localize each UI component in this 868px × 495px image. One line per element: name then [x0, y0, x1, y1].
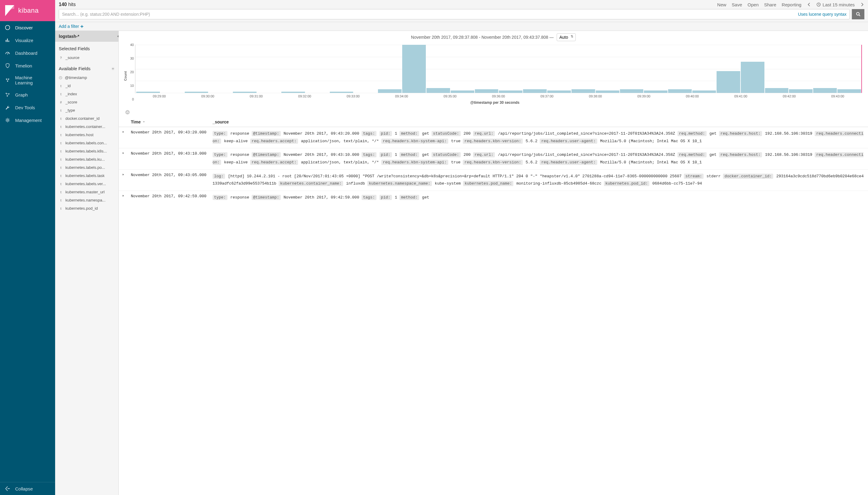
histogram-bar[interactable] [233, 92, 257, 93]
wrench-icon [4, 104, 11, 111]
nav-label: Discover [15, 25, 33, 30]
open-action[interactable]: Open [748, 2, 759, 7]
field-kubernetes-master-url[interactable]: tkubernetes.master_url [55, 188, 118, 196]
histogram-bar[interactable] [837, 89, 861, 93]
column-time[interactable]: Time [128, 117, 210, 127]
column-source[interactable]: _source [210, 117, 868, 127]
histogram-bar[interactable] [692, 90, 716, 93]
histogram-bar[interactable] [523, 89, 547, 93]
field-docker-container-id[interactable]: tdocker.container_id [55, 114, 118, 122]
field-kubernetes-labels-ver-[interactable]: tkubernetes.labels.ver... [55, 180, 118, 188]
field-kubernetes-pod-id[interactable]: tkubernetes.pod_id [55, 204, 118, 212]
field--source[interactable]: ?_source [55, 54, 118, 62]
field-name-label: kubernetes.container... [65, 124, 105, 129]
expand-row-icon[interactable] [122, 152, 125, 155]
time-picker[interactable]: Last 15 minutes [817, 2, 855, 7]
share-action[interactable]: Share [764, 2, 776, 7]
new-action[interactable]: New [717, 2, 726, 7]
histogram-bar[interactable] [644, 90, 668, 93]
histogram-bar[interactable] [813, 88, 837, 93]
histogram-bar[interactable] [281, 92, 305, 93]
field-type-badge: t [59, 199, 63, 202]
field--type[interactable]: t_type [55, 106, 118, 114]
expand-row-icon[interactable] [122, 194, 125, 197]
nav-item-dev-tools[interactable]: Dev Tools [0, 101, 55, 114]
nav-item-timelion[interactable]: Timelion [0, 59, 55, 72]
nav-item-visualize[interactable]: Visualize [0, 34, 55, 47]
field--id[interactable]: t_id [55, 82, 118, 90]
field-kubernetes-labels-con-[interactable]: tkubernetes.labels.con... [55, 139, 118, 147]
time-range-label: Last 15 minutes [822, 2, 855, 7]
doc-time: November 20th 2017, 09:43:05.000 [128, 169, 210, 191]
kibana-logo-icon [4, 5, 15, 16]
documents-table: Time _source November 20th 2017, 09:43:2… [119, 117, 868, 205]
nav-item-graph[interactable]: Graph [0, 88, 55, 101]
field-name-label: @timestamp [65, 75, 87, 80]
collapse-nav[interactable]: Collapse [0, 482, 55, 495]
kv-key: pid: [379, 131, 392, 136]
table-row: November 20th 2017, 09:43:10.000type: re… [119, 148, 868, 169]
field-name-label: docker.container_id [65, 116, 100, 121]
field--score[interactable]: #_score [55, 98, 118, 106]
fields-settings-icon[interactable] [111, 67, 115, 70]
field-kubernetes-namespa-[interactable]: tkubernetes.namespa... [55, 196, 118, 204]
scroll-to-top[interactable] [119, 108, 868, 117]
histogram-bar[interactable] [378, 89, 402, 93]
field-name-label: kubernetes.pod_id [65, 206, 98, 210]
index-pattern-header[interactable]: logstash-* [55, 31, 118, 42]
histogram-bar[interactable] [741, 62, 765, 93]
histogram-bar[interactable] [426, 88, 450, 93]
svg-point-10 [856, 12, 859, 15]
collapse-sidebar-button[interactable] [115, 33, 119, 39]
histogram-bar[interactable] [717, 71, 740, 93]
kv-key: req.headers.kbn-version: [463, 139, 522, 144]
brand[interactable]: kibana [0, 0, 55, 21]
histogram-bar[interactable] [136, 92, 160, 93]
nav-item-discover[interactable]: Discover [0, 21, 55, 34]
xtick-label: 09:35:00 [426, 95, 474, 98]
nav-item-management[interactable]: Management [0, 114, 55, 126]
histogram-bar[interactable] [475, 89, 498, 93]
nav-item-dashboard[interactable]: Dashboard [0, 47, 55, 59]
histogram-bar[interactable] [451, 90, 474, 93]
histogram-bar[interactable] [185, 92, 208, 93]
histogram-bar[interactable] [547, 90, 571, 93]
histogram-bar[interactable] [596, 90, 619, 93]
table-row: November 20th 2017, 09:42:59.000type: re… [119, 191, 868, 205]
field--index[interactable]: t_index [55, 90, 118, 98]
field-kubernetes-labels-k8s-[interactable]: tkubernetes.labels.k8s... [55, 147, 118, 155]
time-prev-icon[interactable] [807, 2, 811, 7]
svg-point-13 [125, 110, 130, 114]
field-kubernetes-labels-task[interactable]: tkubernetes.labels.task [55, 172, 118, 180]
histogram-bar[interactable] [330, 92, 354, 93]
histogram-chart[interactable]: Count 010203040 09:29:0009:30:0009:31:00… [119, 44, 868, 108]
interval-select[interactable]: Auto [557, 33, 576, 41]
field-name-label: kubernetes.labels.po... [65, 165, 105, 170]
time-next-icon[interactable] [860, 2, 864, 7]
histogram-bar[interactable] [402, 45, 426, 93]
field-kubernetes-host[interactable]: tkubernetes.host [55, 131, 118, 139]
search-button[interactable] [852, 9, 864, 19]
field--timestamp[interactable]: @timestamp [55, 73, 118, 82]
kv-key: kubernetes.container_name: [279, 181, 343, 186]
search-input[interactable] [59, 10, 795, 19]
expand-row-icon[interactable] [122, 173, 125, 176]
add-filter-button[interactable]: Add a filter [59, 24, 84, 29]
kv-key: type: [213, 131, 227, 136]
field-kubernetes-labels-po-[interactable]: tkubernetes.labels.po... [55, 164, 118, 172]
save-action[interactable]: Save [732, 2, 742, 7]
histogram-bar[interactable] [572, 89, 595, 93]
histogram-bar[interactable] [668, 89, 692, 93]
expand-row-icon[interactable] [122, 131, 125, 133]
sort-desc-icon [142, 120, 145, 123]
histogram-bar[interactable] [620, 89, 643, 93]
results-area: November 20th 2017, 09:28:37.808 - Novem… [119, 31, 868, 495]
field-kubernetes-labels-ku-[interactable]: tkubernetes.labels.ku... [55, 155, 118, 164]
reporting-action[interactable]: Reporting [782, 2, 801, 7]
histogram-bar[interactable] [765, 88, 789, 93]
histogram-bar[interactable] [499, 90, 522, 93]
histogram-bar[interactable] [789, 89, 813, 93]
field-kubernetes-container-[interactable]: tkubernetes.container... [55, 122, 118, 131]
lucene-syntax-link[interactable]: Uses lucene query syntax [795, 10, 850, 19]
nav-item-machine-learning[interactable]: Machine Learning [0, 72, 55, 88]
